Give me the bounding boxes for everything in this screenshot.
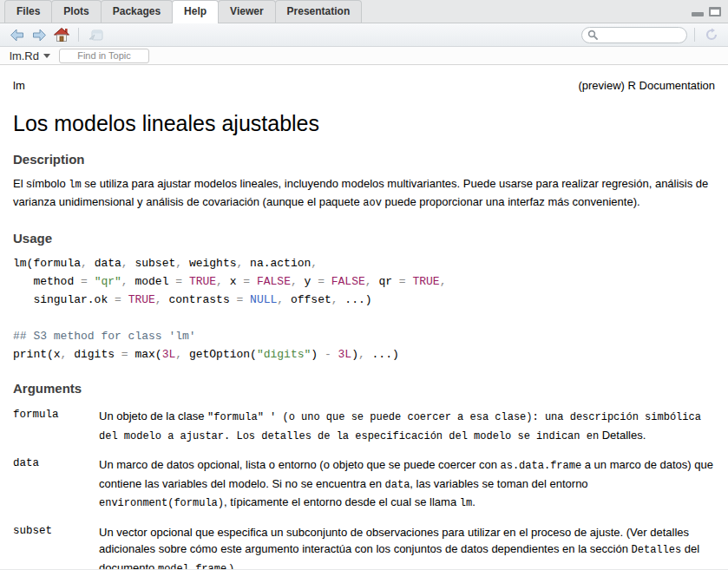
forward-button[interactable] [30,26,49,43]
show-in-new-window-button[interactable] [86,26,105,43]
page-title: Los modelos lineales ajustables [13,111,715,136]
code-token: 3L [338,348,352,361]
argument-row: subsetUn vector opcional que especifica … [13,524,715,570]
code-token: , [440,275,447,288]
code-token: ...) [344,293,371,306]
inline-code: lm [69,179,81,191]
code-token: FALSE [331,275,365,288]
code-token: ...) [372,348,399,361]
code-token: - [325,348,338,361]
back-arrow-icon [10,29,24,42]
help-search-input[interactable] [600,29,681,41]
inline-code: Detalles [632,544,682,556]
code-token: = [81,275,95,288]
code-token: lm(formula [13,257,81,270]
topic-bar: lm.Rd [0,47,728,65]
code-token: = [121,348,135,361]
doc-header-right: (preview) R Documentation [578,79,715,92]
code-token: weights [189,257,237,270]
text-segment: , las variables se toman del entorno [410,477,587,490]
code-line: ## S3 method for class 'lm' [13,327,715,345]
code-token: FALSE [257,275,291,288]
inline-code: environment(formula) [99,497,224,509]
inline-code: as.data.frame [501,460,582,472]
code-token: NULL [250,293,277,306]
argument-name: formula [13,408,99,445]
code-token: "digits" [257,348,311,361]
help-toolbar [0,23,728,47]
code-token: = [318,275,331,288]
code-token: singular.ok [13,293,115,306]
code-token: offset [291,293,331,306]
code-token: subset [134,257,175,270]
code-token: , [155,293,169,306]
code-token: = [243,275,257,288]
description-heading: Description [13,152,715,167]
topic-selector[interactable]: lm.Rd [10,49,50,62]
text-segment: .) [226,561,233,570]
code-token: 3L [162,348,176,361]
help-content: lm (preview) R Documentation Los modelos… [0,65,728,569]
code-token: TRUE [412,275,439,288]
code-line: lm(formula, data, subset, weights, na.ac… [13,254,715,272]
minimize-icon[interactable] [692,8,704,16]
code-token: na.action [250,257,311,270]
home-button[interactable] [52,26,71,43]
code-token: TRUE [128,293,155,306]
argument-description: Un vector opcional que especifica un sub… [99,524,715,570]
tab-packages[interactable]: Packages [101,0,173,23]
code-token: method [13,275,81,288]
code-token: x [230,275,244,288]
doc-header: lm (preview) R Documentation [13,79,715,92]
usage-heading: Usage [13,231,715,246]
code-token: , [175,348,189,361]
code-token: contrasts [168,293,236,306]
tab-list: FilesPlotsPackagesHelpViewerPresentation [4,0,361,23]
text-segment: Un objeto de la clase [99,409,207,423]
text-segment: . [472,495,475,508]
code-token: , [121,257,135,270]
code-token: getOption( [189,348,257,361]
code-token: = [115,293,128,306]
code-token: , [291,275,305,288]
maximize-icon[interactable] [709,7,721,16]
topic-selector-label: lm.Rd [10,49,39,62]
tab-files[interactable]: Files [4,0,52,23]
code-token: TRUE [189,275,216,288]
description-paragraph: El símbolo lm se utiliza para ajustar mo… [13,175,715,212]
code-token: print(x [13,348,61,361]
pane-tab-bar: FilesPlotsPackagesHelpViewerPresentation [0,0,728,23]
code-token: max( [134,348,161,361]
code-line [13,309,715,327]
back-button[interactable] [7,26,26,43]
argument-description: Un objeto de la clase "formula" ' (o uno… [99,408,715,445]
argument-name: subset [13,524,99,570]
text-segment: puede proporcionar una interfaz más conv… [382,195,640,208]
refresh-button[interactable] [702,26,721,43]
code-token: , [81,257,95,270]
help-search-box[interactable] [581,27,687,43]
tab-presentation[interactable]: Presentation [275,0,363,23]
inline-code: model.frame [158,563,226,570]
code-token: data [95,257,121,270]
code-token: = [236,293,250,306]
doc-topic-name: lm [13,79,25,92]
arguments-heading: Arguments [13,381,715,396]
code-token: = [175,275,189,288]
code-token: ) [351,348,358,361]
code-token: y [305,275,318,288]
inline-code: lm [460,497,472,509]
tab-viewer[interactable]: Viewer [218,0,275,23]
find-in-topic-input[interactable] [59,49,149,63]
argument-row: formulaUn objeto de la clase "formula" '… [13,408,715,445]
forward-arrow-icon [32,29,47,42]
inline-code: aov [363,197,382,209]
code-token: , [61,348,75,361]
toolbar-separator [78,28,79,42]
tab-help[interactable]: Help [172,0,219,23]
code-token: , [331,293,345,306]
code-token: "qr" [95,275,121,288]
tab-plots[interactable]: Plots [51,0,101,23]
argument-row: dataUn marco de datos opcional, lista o … [13,456,715,513]
code-line: print(x, digits = max(3L, getOption("dig… [13,345,715,364]
